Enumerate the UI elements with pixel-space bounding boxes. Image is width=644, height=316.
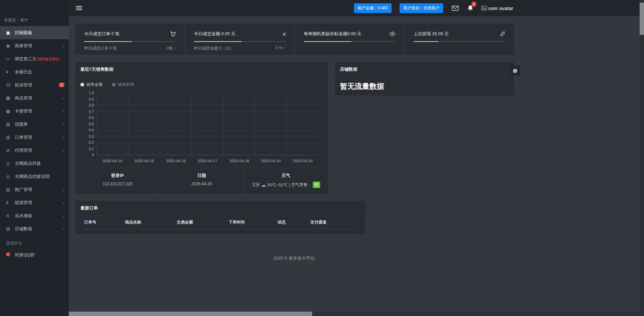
sidebar-item-label: 投诉管理 [15,82,59,88]
sidebar-item-label: 提现管理 [15,200,63,206]
sidebar-item-merchant[interactable]: ◉ 商家管理 › [0,39,69,52]
svg-text:0.9: 0.9 [89,97,94,101]
sidebar-item-dashboard[interactable]: ▣ 控制面板 [0,26,69,39]
stat-title: 上次提现 25.05 元 [414,31,449,37]
sidebar-item-flow-reward[interactable]: ≋ 流水激励 › [0,209,69,222]
y-axis-labels: 1.0 0.9 0.8 0.7 0.6 0.5 0.4 0.3 0.2 0.1 … [89,91,94,157]
svg-text:0: 0 [92,153,94,157]
sidebar-item-agents[interactable]: ⇄ 代理管理 › [0,144,69,157]
sidebar-item-balance-log[interactable]: ¥ 余额日志 [0,65,69,78]
stat-progress-track [414,41,506,42]
theme-settings-button[interactable] [510,66,520,76]
network-product-icon: ◎ [6,161,15,166]
envelope-icon[interactable] [452,6,459,11]
legend-sales-profit[interactable]: 销售利润 [112,82,134,87]
broken-image-icon [481,6,487,10]
stat-sub-left: 昨日成交订单 0 笔 [84,46,117,51]
bind-warning-text: (强烈建议绑定) [37,57,60,61]
notification-count-badge: 2 [471,2,476,7]
complaint-count-badge: 2 [59,83,64,87]
stat-progress-fill [304,41,351,42]
main-content: 今日成交订单 0 笔 昨日成交订单 0 笔 0笔 ↑ 今日成交金额 0.00 元… [69,16,644,316]
dashboard-icon: ▣ [6,30,15,35]
stat-sub-left: 昨日成交金额 0（元） [194,46,234,51]
chevron-right-icon: › [63,148,64,153]
balance-log-icon: ¥ [6,69,15,74]
svg-text:0.5: 0.5 [89,122,94,126]
sidebar-item-shop-data[interactable]: ▤ 店铺数据 › [0,222,69,235]
sidebar-item-label: 全网商品对接说明 [15,174,64,180]
login-ip-block: 登录IP 113.110.217.223 [75,168,159,194]
sidebar-item-coupons[interactable]: ▧ 优惠券 › [0,118,69,131]
stat-title: 今日成交金额 0.00 元 [194,31,236,37]
svg-text:2025-04-17: 2025-04-17 [197,159,217,163]
gear-icon [512,68,518,74]
store-card-title: 店铺数据 [335,62,514,77]
sidebar-item-label: 推广管理 [15,187,63,193]
sidebar-item-complaints[interactable]: ☹ 投诉管理 2 [0,78,69,91]
svg-text:2025-04-16: 2025-04-16 [166,159,185,163]
bind-third-party-icon: ▭ [6,56,15,61]
sidebar-item-label: 店铺数据 [15,226,63,232]
vertical-scrollbar[interactable] [640,0,644,312]
svg-text:1.0: 1.0 [89,91,94,95]
stat-progress-track [84,41,176,42]
legend-sales-amount[interactable]: 销售金额 [80,82,103,87]
topbar: 账户金额：0.480 商户级别：优质商户 2 user avatar [69,0,644,16]
column-header: 订单号 [84,216,125,229]
legend-dot-icon [80,83,84,86]
horizontal-scrollbar-thumb[interactable] [69,312,312,316]
sidebar-item-bind-third-party[interactable]: ▭ 绑定第三方(强烈建议绑定) [0,52,69,65]
stat-progress-track [194,41,286,42]
svg-text:0.3: 0.3 [89,134,94,138]
scrollbar-corner [640,312,644,316]
promotion-icon: ▨ [6,187,15,192]
svg-text:2025-04-19: 2025-04-19 [261,159,281,163]
chevron-right-icon: › [63,213,64,218]
sidebar-item-label: 优惠券 [15,121,63,127]
merchant-icon: ◉ [6,43,15,48]
svg-text:0.4: 0.4 [89,128,94,132]
sidebar-item-network-products[interactable]: ◎ 全网商品对接 [0,157,69,170]
horizontal-scrollbar[interactable] [69,312,640,316]
stat-cards-row: 今日成交订单 0 笔 昨日成交订单 0 笔 0笔 ↑ 今日成交金额 0.00 元… [75,23,514,55]
sidebar-item-orders[interactable]: ▥ 订单管理 › [0,131,69,144]
vertical-scrollbar-thumb[interactable] [640,3,644,35]
sidebar-item-label: 卡密管理 [15,108,63,114]
svg-text:2025-04-14: 2025-04-14 [102,159,122,163]
info-title: 日期 [160,173,243,179]
no-traffic-data-text: 暂无流量数据 [335,77,514,96]
quill-icon [500,31,505,37]
svg-text:0.7: 0.7 [89,110,94,114]
sidebar-section-title: 交流平台 [0,235,69,248]
sales-line-chart: 1.0 0.9 0.8 0.7 0.6 0.5 0.4 0.3 0.2 0.1 … [80,89,323,166]
network-product-doc-icon: ◎ [6,174,15,179]
notification-bell-icon[interactable]: 2 [467,5,473,11]
sidebar-item-label: 代理管理 [15,147,63,153]
column-header: 商品名称 [125,216,177,229]
flow-reward-icon: ≋ [6,213,15,218]
merchant-level-button[interactable]: 商户级别：优质商户 [400,3,443,13]
sidebar-item-label: 全网商品对接 [15,161,64,167]
sidebar-item-products[interactable]: ▦ 商品管理 › [0,91,69,105]
sidebar-item-network-products-doc[interactable]: ◎ 全网商品对接说明 [0,170,69,183]
user-avatar[interactable]: user avatar [481,5,513,11]
stat-card-last-withdraw: 上次提现 25.05 元 [405,23,514,55]
account-balance-button[interactable]: 账户金额：0.480 [354,3,392,13]
stat-title: 今日成交订单 0 笔 [84,31,119,37]
sidebar-item-label: 余额日志 [15,69,64,75]
sidebar-item-card-keys[interactable]: ▩ 卡密管理 › [0,105,69,118]
cart-icon [170,31,176,37]
sidebar-item-label: 商品管理 [15,95,63,101]
sidebar-item-promotion[interactable]: ▨ 推广管理 › [0,183,69,196]
login-ip-value: 113.110.217.223 [75,182,159,186]
sidebar-item-qq-group[interactable]: 对接QQ群 [0,248,69,261]
hamburger-menu-icon[interactable] [76,5,82,11]
weather-separator: | [289,183,290,187]
avatar-alt-text: user avatar [488,5,513,11]
stat-progress-fill [194,41,242,42]
orders-table: 订单号 商品名称 交易金额 下单时间 状态 支付通道 [84,216,357,229]
sidebar-item-withdraw[interactable]: $ 提现管理 › [0,196,69,209]
shop-data-icon: ▤ [6,226,15,231]
column-header: 交易金额 [177,216,228,229]
